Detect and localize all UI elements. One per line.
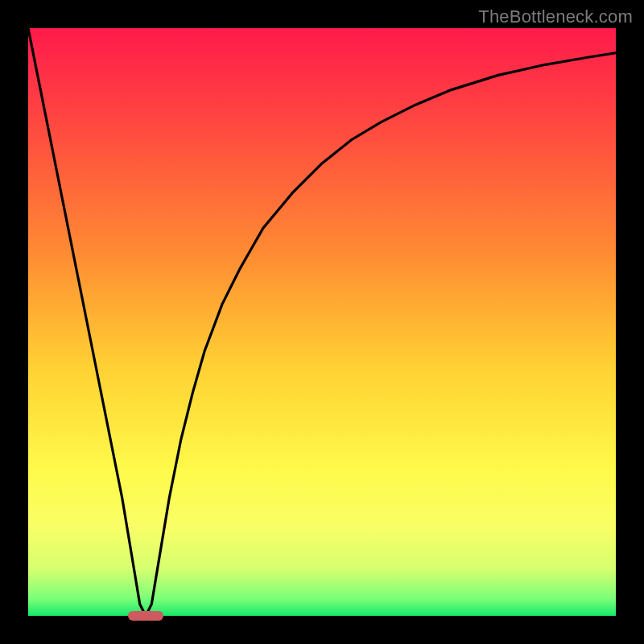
- watermark-text: TheBottleneck.com: [478, 6, 633, 27]
- bottleneck-curve: [28, 28, 616, 616]
- optimal-marker: [128, 611, 163, 621]
- curve-layer: [28, 28, 616, 616]
- chart-frame: TheBottleneck.com: [0, 0, 644, 644]
- plot-area: [28, 28, 616, 616]
